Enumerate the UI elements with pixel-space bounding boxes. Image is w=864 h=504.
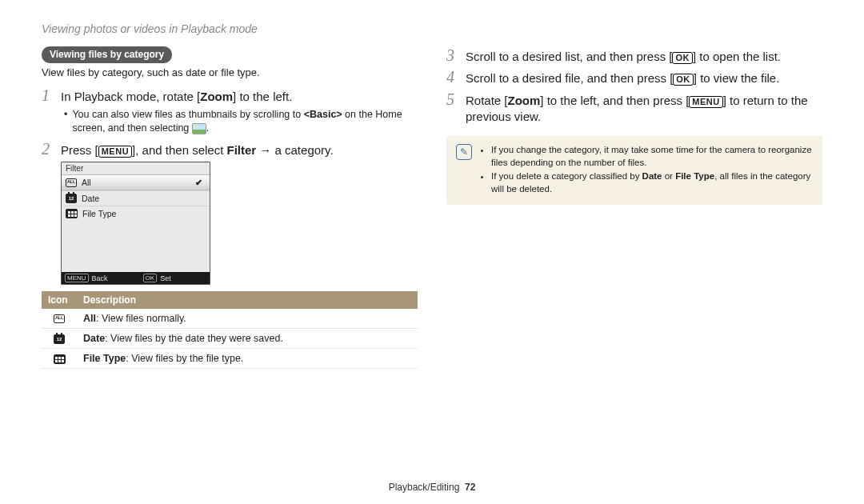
filetype-icon <box>66 209 78 218</box>
table-row: Date: View files by the date they were s… <box>42 329 418 349</box>
table-header-desc: Description <box>77 291 418 309</box>
date-icon <box>54 334 65 344</box>
manual-page: Viewing photos or videos in Playback mod… <box>0 0 864 504</box>
two-column-body: Viewing files by category View files by … <box>42 46 822 475</box>
note-icon: ✎ <box>456 144 472 160</box>
note-box: ✎ If you change the category, it may tak… <box>446 136 822 205</box>
check-icon: ✔ <box>195 178 206 187</box>
ok-button-icon: OK <box>673 74 694 86</box>
filter-row-date: Date <box>62 190 210 206</box>
menu-pill-icon: MENU <box>65 274 89 282</box>
step-number: 3 <box>446 46 458 65</box>
step-text: Press [MENU], and then select Filter → a… <box>61 142 334 158</box>
step-text: Scroll to a desired file, and then press… <box>466 70 779 86</box>
step-2: 2 Press [MENU], and then select Filter →… <box>42 140 418 158</box>
note-item: If you delete a category classified by D… <box>491 170 813 195</box>
icon-description-table: Icon Description All: View files normall… <box>42 291 418 369</box>
step-3: 3 Scroll to a desired list, and then pre… <box>446 46 822 65</box>
ok-pill-icon: OK <box>143 274 158 282</box>
filter-row-filetype: File Type <box>62 206 210 221</box>
menu-button-icon: MENU <box>689 96 722 108</box>
step-1-sub: • You can also view files as thumbnails … <box>64 108 418 135</box>
table-row: File Type: View files by the file type. <box>42 349 418 369</box>
shot-footer: MENU Back OK Set <box>62 272 210 284</box>
page-footer: Playback/Editing 72 <box>42 475 822 493</box>
table-row: All: View files normally. <box>42 309 418 329</box>
step-1: 1 In Playback mode, rotate [Zoom] to the… <box>42 86 418 105</box>
step-text: Rotate [Zoom] to the left, and then pres… <box>466 93 822 126</box>
filter-row-all: All ✔ <box>62 174 210 190</box>
page-title: Viewing photos or videos in Playback mod… <box>42 22 822 35</box>
note-item: If you change the category, it may take … <box>491 144 813 169</box>
step-5: 5 Rotate [Zoom] to the left, and then pr… <box>446 90 822 126</box>
right-column: 3 Scroll to a desired list, and then pre… <box>446 46 822 475</box>
table-header-icon: Icon <box>42 291 77 309</box>
shot-filter-title: Filter <box>62 162 210 174</box>
camera-screenshot: Filter All ✔ Date File Type MENU Ba <box>61 162 210 285</box>
ok-button-icon: OK <box>672 52 693 64</box>
step-number: 4 <box>446 68 458 86</box>
step-text: Scroll to a desired list, and then press… <box>466 49 781 65</box>
intro-text: View files by category, such as date or … <box>42 66 418 78</box>
step-text: In Playback mode, rotate [Zoom] to the l… <box>61 89 292 105</box>
step-number: 2 <box>42 140 53 158</box>
step-4: 4 Scroll to a desired file, and then pre… <box>446 68 822 86</box>
all-icon <box>66 178 77 187</box>
section-heading: Viewing files by category <box>42 46 172 63</box>
date-icon <box>66 194 77 203</box>
left-column: Viewing files by category View files by … <box>42 46 418 475</box>
landscape-icon <box>192 123 206 134</box>
step-number: 5 <box>446 90 458 109</box>
filetype-icon <box>54 354 66 364</box>
menu-button-icon: MENU <box>98 146 132 158</box>
step-number: 1 <box>42 86 53 105</box>
all-icon <box>54 314 65 323</box>
